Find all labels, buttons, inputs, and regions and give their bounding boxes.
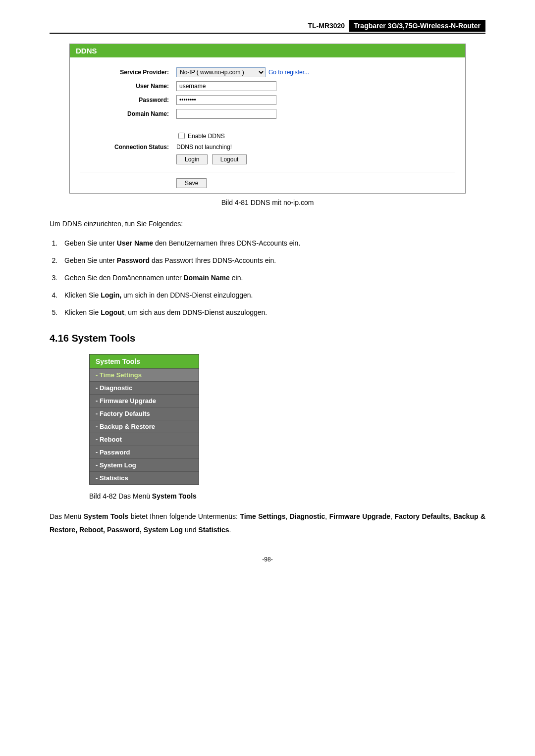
service-provider-select[interactable]: No-IP ( www.no-ip.com ): [176, 67, 266, 77]
menu-item-system-log[interactable]: - System Log: [90, 458, 199, 471]
figure-caption-482: Bild 4-82 Das Menü System Tools: [89, 492, 485, 500]
menu-item-diagnostic[interactable]: - Diagnostic: [90, 381, 199, 394]
menu-item-backup-restore[interactable]: - Backup & Restore: [90, 420, 199, 433]
steps-list: Geben Sie unter User Name den Benutzerna…: [50, 238, 485, 318]
step-5: Klicken Sie Logout, um sich aus dem DDNS…: [59, 307, 485, 318]
intro-text: Um DDNS einzurichten, tun Sie Folgendes:: [50, 219, 485, 229]
label-domain: Domain Name:: [80, 110, 176, 117]
step-3: Geben Sie den Domänennamen unter Domain …: [59, 273, 485, 283]
logout-button[interactable]: Logout: [212, 154, 247, 164]
password-input[interactable]: [176, 95, 276, 105]
go-register-link[interactable]: Go to register...: [268, 69, 309, 76]
menu-header: System Tools: [90, 354, 199, 368]
username-input[interactable]: [176, 81, 276, 91]
label-service-provider: Service Provider:: [80, 69, 176, 76]
step-2: Geben Sie unter Password das Passwort Ih…: [59, 255, 485, 266]
label-password: Password:: [80, 97, 176, 103]
system-tools-paragraph: Das Menü System Tools bietet Ihnen folge…: [50, 510, 485, 536]
menu-item-factory-defaults[interactable]: - Factory Defaults: [90, 407, 199, 420]
model-label: TL-MR3020: [304, 20, 349, 32]
step-1: Geben Sie unter User Name den Benutzerna…: [59, 238, 485, 249]
enable-ddns-checkbox[interactable]: [178, 133, 185, 139]
section-heading: 4.16 System Tools: [50, 333, 485, 344]
menu-item-statistics[interactable]: - Statistics: [90, 471, 199, 484]
connection-status-value: DDNS not launching!: [176, 144, 232, 151]
label-connection-status: Connection Status:: [80, 144, 176, 151]
enable-ddns-label: Enable DDNS: [188, 133, 225, 140]
figure-caption-481: Bild 4-81 DDNS mit no-ip.com: [50, 199, 485, 206]
step-4: Klicken Sie Login, um sich in den DDNS-D…: [59, 290, 485, 301]
menu-item-firmware-upgrade[interactable]: - Firmware Upgrade: [90, 394, 199, 407]
menu-item-password[interactable]: - Password: [90, 446, 199, 458]
domain-input[interactable]: [176, 109, 276, 119]
system-tools-menu: System Tools - Time Settings - Diagnosti…: [89, 354, 199, 485]
page-header: TL-MR3020Tragbarer 3G/3,75G-Wireless-N-R…: [50, 20, 485, 34]
ddns-panel: DDNS Service Provider: No-IP ( www.no-ip…: [69, 44, 466, 194]
menu-item-time-settings[interactable]: - Time Settings: [90, 368, 199, 381]
ddns-title: DDNS: [70, 44, 465, 57]
login-button[interactable]: Login: [176, 154, 208, 164]
model-desc: Tragbarer 3G/3,75G-Wireless-N-Router: [349, 20, 485, 32]
menu-item-reboot[interactable]: - Reboot: [90, 433, 199, 446]
page-number: -98-: [50, 556, 485, 563]
save-button[interactable]: Save: [176, 178, 207, 188]
label-username: User Name:: [80, 83, 176, 90]
